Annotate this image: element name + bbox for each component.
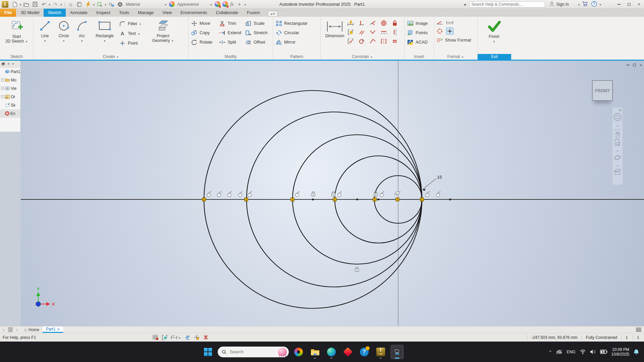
tab-collaborate[interactable]: Collaborate — [212, 9, 243, 17]
perpendicular-constraint-icon[interactable] — [358, 19, 365, 26]
redo-caret[interactable] — [60, 2, 62, 7]
constraint-settings-icon[interactable] — [347, 28, 354, 36]
doc-minimize-icon[interactable] — [627, 65, 630, 65]
browser-item-part[interactable]: Part1 — [0, 67, 20, 76]
circular-pattern-tool[interactable]: Circular — [275, 28, 308, 37]
text-tool[interactable]: A Text — [119, 29, 149, 38]
clear-appearance-icon[interactable]: × — [222, 1, 228, 7]
stretch-tool[interactable]: Stretch — [245, 28, 271, 37]
tray-overflow-chevron[interactable] — [549, 349, 551, 354]
tab-scroll-thumb[interactable] — [8, 327, 13, 332]
sign-in-button[interactable]: Sign In — [556, 2, 569, 7]
tab-inspect[interactable]: Inspect — [92, 9, 115, 17]
search-highlight-image[interactable] — [278, 348, 287, 356]
panel-footer-sketch[interactable]: Sketch — [0, 54, 33, 60]
panel-footer-modify[interactable]: Modify — [189, 54, 273, 60]
doc-close-icon[interactable] — [639, 62, 642, 68]
project-geometry-button[interactable]: Project Geometry — [149, 18, 177, 43]
tab-view[interactable]: View — [158, 9, 176, 17]
iproperties-icon[interactable] — [85, 1, 92, 8]
tab-annotate[interactable]: Annotate — [66, 9, 92, 17]
language-indicator[interactable]: ENG — [567, 350, 576, 354]
taskbar-search[interactable] — [218, 347, 289, 357]
qat-customize-caret[interactable] — [245, 2, 246, 7]
tab-3d-model[interactable]: 3D Model — [16, 9, 44, 17]
grid-snap-icon[interactable] — [153, 335, 159, 340]
parallel-constraint-icon[interactable] — [358, 28, 365, 36]
onedrive-paused-icon[interactable] — [555, 349, 563, 355]
split-tool[interactable]: Split — [219, 38, 245, 46]
sign-in-caret[interactable] — [578, 2, 580, 7]
collinear-constraint-icon[interactable] — [380, 28, 387, 36]
update-caret[interactable] — [105, 2, 106, 7]
tab-list-icon[interactable] — [636, 328, 641, 331]
minimize-button[interactable] — [614, 1, 624, 8]
new-file-icon[interactable] — [11, 1, 18, 8]
home-icon[interactable]: ⌂ — [67, 1, 74, 8]
look-at-icon[interactable] — [613, 169, 622, 175]
update-icon[interactable] — [96, 1, 103, 8]
vertical-constraint-icon[interactable] — [391, 28, 398, 36]
doc-restore-icon[interactable] — [633, 64, 636, 66]
steering-wheel-caret[interactable] — [617, 122, 618, 128]
wifi-icon[interactable] — [580, 349, 586, 354]
constraint-inference-icon[interactable] — [162, 335, 167, 340]
tab-tools[interactable]: Tools — [115, 9, 133, 17]
tab-fusion[interactable]: Fusion — [243, 9, 264, 17]
circle-tool[interactable]: Circle — [54, 18, 73, 43]
tab-environments[interactable]: Environments — [176, 9, 211, 17]
browser-item-sketch[interactable]: Sk — [0, 101, 20, 109]
extend-tool[interactable]: Extend — [219, 28, 245, 37]
browser-item-model-states[interactable]: Mo — [0, 76, 20, 84]
battery-icon[interactable] — [600, 350, 607, 354]
zoom-caret[interactable] — [617, 147, 618, 153]
insert-acad-tool[interactable]: ACAD — [407, 38, 428, 46]
tangent-circle-icon[interactable] — [358, 38, 365, 45]
close-button[interactable] — [634, 1, 644, 8]
file-explorer-icon[interactable] — [308, 345, 322, 359]
import-points-tool[interactable]: Points — [407, 28, 428, 37]
iproperties-caret[interactable] — [93, 2, 95, 7]
center-point-toggle[interactable] — [446, 27, 453, 35]
dimension-display-control[interactable] — [171, 335, 181, 340]
fillet-caret[interactable] — [139, 21, 141, 26]
finish-sketch-button[interactable]: Finish — [480, 18, 508, 44]
ribbon-display-toggle[interactable]: ▴ ▾ — [268, 11, 278, 17]
dimension-tool[interactable]: Dimension — [323, 18, 347, 38]
browser-item-origin[interactable]: Or — [0, 93, 20, 101]
panel-footer-format[interactable]: Format — [434, 54, 477, 60]
orbit-caret[interactable] — [617, 162, 618, 168]
pan-hand-icon[interactable] — [614, 131, 621, 138]
open-file-icon[interactable] — [23, 1, 30, 8]
driven-dimension-icon[interactable]: (x) — [446, 19, 453, 26]
slice-graphics-icon[interactable] — [184, 335, 191, 340]
project-geometry-caret[interactable] — [172, 38, 173, 43]
panel-footer-insert[interactable]: Insert — [405, 54, 434, 60]
volume-icon[interactable] — [590, 349, 596, 354]
fillet-tool[interactable]: Fillet — [119, 19, 149, 28]
tray-clock[interactable]: 10:09 PM 10/8/2025 — [611, 347, 629, 357]
taskbar-search-input[interactable] — [229, 349, 269, 355]
browser-close-icon[interactable]: × — [7, 62, 10, 66]
rectangular-pattern-tool[interactable]: Rectangular — [275, 19, 308, 27]
equal-constraint-icon[interactable] — [391, 38, 398, 45]
redo-icon[interactable]: ↷ — [52, 1, 59, 8]
tab-sketch[interactable]: Sketch — [44, 9, 66, 17]
point-tool[interactable]: Point — [119, 39, 149, 47]
save-icon[interactable] — [32, 1, 39, 8]
tangent-constraint-icon[interactable] — [369, 19, 376, 26]
inventor-app-icon[interactable]: I — [2, 1, 8, 8]
expand-icon[interactable] — [1, 87, 4, 90]
tab-part1[interactable]: Part1 — [43, 326, 63, 333]
tab-manage[interactable]: Manage — [133, 9, 158, 17]
browser-item-end-of-part[interactable]: En — [0, 109, 20, 118]
copilot-app-icon[interactable] — [292, 345, 305, 359]
offset-tool[interactable]: Offset — [245, 38, 271, 46]
finish-caret[interactable] — [493, 39, 495, 44]
search-expand-icon[interactable] — [465, 2, 467, 7]
material-caret[interactable] — [165, 2, 166, 7]
store-cart-icon[interactable] — [582, 1, 588, 7]
new-caret[interactable] — [20, 2, 21, 7]
relax-mode-icon[interactable] — [203, 335, 209, 340]
tab-forward-arrow[interactable] — [13, 326, 21, 333]
